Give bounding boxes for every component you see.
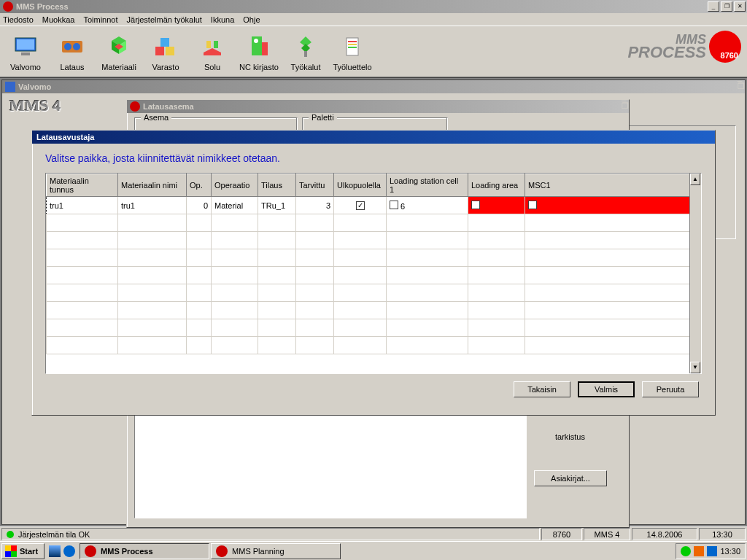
grid-row-empty — [47, 284, 701, 302]
svg-rect-9 — [206, 41, 211, 48]
main-titlebar: MMS Process _ ❐ ✕ — [0, 0, 747, 13]
taskbar-mms-process[interactable]: MMS Process — [80, 543, 209, 559]
valmis-button[interactable]: Valmis — [578, 381, 635, 397]
svg-rect-1 — [21, 52, 30, 55]
tray-icon[interactable] — [681, 546, 691, 556]
material-grid[interactable]: Materiaalin tunnus Materiaalin nimi Op. … — [45, 173, 702, 374]
menu-tiedosto[interactable]: Tiedosto — [3, 15, 34, 24]
cell-loadingcell[interactable]: 6 — [387, 197, 468, 214]
col-loadingarea[interactable]: Loading area — [468, 174, 525, 197]
menubar: Tiedosto Muokkaa Toiminnot Järjestelmän … — [0, 13, 747, 26]
checkbox-checked-icon[interactable]: ✓ — [356, 201, 365, 210]
cell-tarvittu[interactable]: 3 — [296, 197, 334, 214]
machine-icon — [244, 32, 274, 61]
tray-icon[interactable] — [694, 546, 704, 556]
tool-lataus[interactable]: Lataus — [51, 32, 93, 71]
tool-valvomo[interactable]: Valvomo — [4, 32, 47, 71]
cell-tunnus[interactable]: tru1 — [47, 197, 118, 214]
main-title: MMS Process — [16, 2, 708, 11]
windows-logo-icon — [5, 545, 17, 557]
tray-clock: 13:30 — [720, 547, 740, 556]
checkbox-icon[interactable] — [390, 201, 398, 209]
taskbar-mms-planning[interactable]: MMS Planning — [211, 543, 341, 559]
grid-row-empty — [47, 337, 701, 354]
minimize-button[interactable]: _ — [708, 1, 719, 12]
svg-rect-2 — [17, 39, 34, 50]
modal-title: Latausavustaja — [36, 133, 94, 141]
col-tilaus[interactable]: Tilaus — [258, 174, 296, 197]
system-tray: 13:30 — [676, 543, 746, 559]
cell-operaatio[interactable]: Material — [212, 197, 258, 214]
valvomo-restore[interactable]: ❐ — [738, 82, 745, 91]
peruuta-button[interactable]: Peruuta — [642, 381, 699, 397]
tool-tyoluettelo[interactable]: Työluettelo — [331, 32, 374, 71]
asiakirjat-button[interactable]: Asiakirjat... — [534, 470, 607, 486]
menu-ohje[interactable]: Ohje — [243, 15, 260, 24]
status-sys: MMS 4 — [584, 528, 630, 540]
svg-rect-16 — [348, 41, 357, 42]
grid-row-empty — [47, 249, 701, 267]
tool-materiaali[interactable]: Materiaali — [98, 32, 140, 71]
menu-muokkaa[interactable]: Muokkaa — [42, 15, 75, 24]
cell-op[interactable]: 0 — [187, 197, 212, 214]
brand-logo: MMS PROCESS 8760 — [627, 31, 741, 63]
boxes-icon — [151, 32, 180, 61]
menu-jarjestelman[interactable]: Järjestelmän työkalut — [127, 15, 202, 24]
grid-scrollbar[interactable]: ▲ ▼ — [689, 174, 701, 373]
cubes-icon — [104, 32, 133, 61]
lataus-restore[interactable]: ❐ — [622, 101, 629, 111]
app-icon — [3, 1, 13, 12]
statusbar: Järjestelmän tila OK 8760 MMS 4 14.8.200… — [0, 526, 747, 541]
tool-solu[interactable]: Solu — [191, 32, 233, 71]
scroll-down-icon[interactable]: ▼ — [690, 362, 700, 373]
checkbox-icon[interactable] — [528, 201, 537, 209]
svg-rect-8 — [160, 38, 169, 47]
grid-row-empty — [47, 267, 701, 284]
menu-toiminnot[interactable]: Toiminnot — [83, 15, 117, 24]
start-button[interactable]: Start — [1, 543, 44, 559]
svg-point-4 — [64, 43, 71, 50]
svg-rect-12 — [262, 42, 268, 55]
status-date: 14.8.2006 — [632, 528, 697, 540]
cell-ulkopuolella[interactable]: ✓ — [334, 197, 387, 214]
checkbox-icon[interactable] — [471, 201, 480, 209]
takaisin-button[interactable]: Takaisin — [514, 381, 570, 397]
task-icon — [216, 545, 228, 557]
menu-ikkuna[interactable]: Ikkuna — [211, 15, 234, 24]
grid-row[interactable]: tru1 tru1 0 Material TRu_1 3 ✓ 6 — [47, 197, 701, 214]
gears-icon — [58, 32, 87, 61]
close-button[interactable]: ✕ — [734, 1, 746, 12]
mdi-area: Valvomo _ ❐ ✕ MMS 4 Latausasema _ — [0, 77, 747, 526]
status-led-icon — [7, 531, 14, 538]
svg-rect-14 — [304, 51, 307, 57]
ie-icon[interactable] — [63, 545, 75, 557]
tool-nc[interactable]: NC kirjasto — [238, 32, 280, 71]
scroll-up-icon[interactable]: ▲ — [690, 174, 700, 185]
tool-tyokalut[interactable]: Työkalut — [285, 32, 327, 71]
tool-varasto[interactable]: Varasto — [144, 32, 187, 71]
col-tunnus[interactable]: Materiaalin tunnus — [47, 174, 118, 197]
status-text: Järjestelmän tila OK — [18, 530, 90, 539]
restore-button[interactable]: ❐ — [721, 1, 732, 12]
latausavustaja-dialog: Latausavustaja Valitse paikka, josta kii… — [31, 130, 716, 416]
valvomo-minimize[interactable]: _ — [738, 73, 745, 82]
tray-icon[interactable] — [707, 546, 717, 556]
grid-icon — [198, 32, 227, 61]
col-nimi[interactable]: Materiaalin nimi — [118, 174, 187, 197]
cell-nimi[interactable]: tru1 — [118, 197, 187, 214]
svg-rect-7 — [166, 47, 174, 55]
col-operaatio[interactable]: Operaatio — [212, 174, 258, 197]
cell-loadingarea[interactable] — [468, 197, 525, 214]
list-icon — [338, 32, 367, 61]
status-num: 8760 — [541, 528, 582, 540]
cell-msc1[interactable] — [525, 197, 701, 214]
lataus-textarea[interactable] — [134, 405, 527, 518]
cell-tilaus[interactable]: TRu_1 — [258, 197, 296, 214]
col-loadingcell[interactable]: Loading station cell 1 — [387, 174, 468, 197]
col-tarvittu[interactable]: Tarvittu — [296, 174, 334, 197]
col-op[interactable]: Op. — [187, 174, 212, 197]
lataus-minimize[interactable]: _ — [622, 93, 629, 101]
col-ulkopuolella[interactable]: Ulkopuolella — [334, 174, 387, 197]
col-msc1[interactable]: MSC1 — [525, 174, 701, 197]
desktop-icon[interactable] — [49, 545, 61, 557]
